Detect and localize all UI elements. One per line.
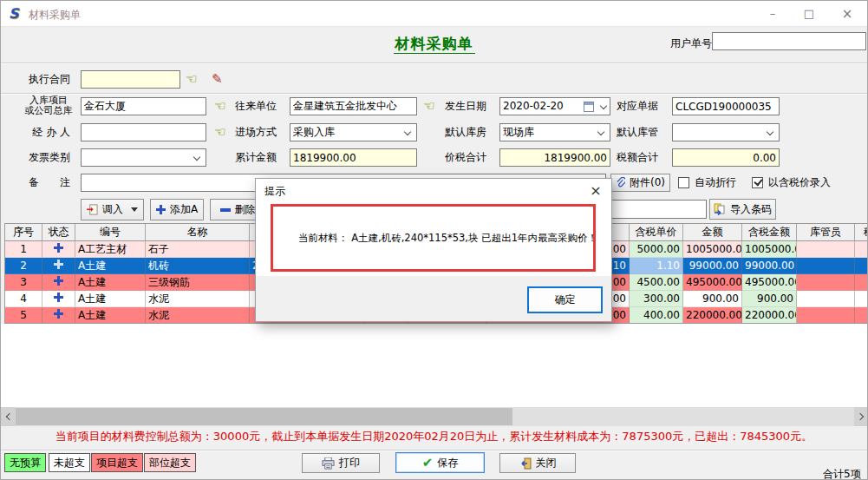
tax-entry-checkbox[interactable]: [752, 177, 763, 188]
column-header[interactable]: 状态: [42, 224, 75, 240]
plus-icon: [156, 205, 166, 214]
table-cell[interactable]: [855, 291, 868, 307]
table-cell[interactable]: 水泥: [146, 307, 250, 324]
column-header[interactable]: 库管员: [797, 224, 855, 240]
table-cell[interactable]: 3: [5, 274, 42, 291]
table-cell[interactable]: A土建: [75, 258, 146, 274]
dialog-ok-button[interactable]: 确定: [527, 286, 603, 313]
invoice-type-select[interactable]: [81, 148, 206, 167]
table-cell[interactable]: [797, 258, 855, 274]
dialog-close-icon[interactable]: ×: [585, 181, 606, 201]
supplier-picker-hand-icon[interactable]: [423, 97, 439, 115]
autowrap-checkbox[interactable]: [678, 177, 689, 188]
maximize-button[interactable]: □: [794, 1, 824, 27]
table-cell[interactable]: 1005000.00: [683, 241, 742, 258]
table-cell[interactable]: 机砖: [146, 258, 250, 274]
table-cell[interactable]: 900.00: [683, 291, 742, 307]
minimize-button[interactable]: –: [758, 1, 787, 27]
supplier-input[interactable]: [290, 97, 417, 115]
chevron-down-icon: [193, 154, 200, 161]
tax-total-label: 税额合计: [613, 148, 658, 167]
table-cell[interactable]: 99000.00: [683, 258, 742, 274]
scroll-left-button[interactable]: [1, 407, 16, 426]
warehouse-select[interactable]: 现场库: [499, 123, 610, 141]
contract-input[interactable]: [81, 70, 180, 89]
cumulative-label: 累计金额: [232, 148, 277, 167]
close-window-button[interactable]: ×: [832, 1, 862, 27]
column-header[interactable]: 税率: [855, 224, 868, 240]
add-row-button[interactable]: 添加A: [150, 199, 204, 220]
table-cell[interactable]: 495000.00: [742, 274, 797, 291]
column-header[interactable]: 名称: [146, 224, 250, 240]
table-cell[interactable]: [797, 274, 855, 291]
handler-input[interactable]: [81, 123, 206, 141]
table-cell[interactable]: [42, 307, 75, 324]
table-cell[interactable]: 1: [5, 241, 42, 258]
row-status-plus-icon: [54, 276, 63, 286]
table-cell[interactable]: 900.00: [742, 291, 797, 307]
print-button[interactable]: 打印: [302, 453, 380, 473]
table-cell[interactable]: A土建: [75, 274, 146, 291]
table-cell[interactable]: 三级钢筋: [146, 274, 250, 291]
table-cell[interactable]: A土建: [75, 307, 146, 324]
project-picker-hand-icon[interactable]: [214, 97, 230, 115]
warehouse-label: 默认库房: [441, 123, 486, 141]
table-cell[interactable]: [42, 258, 75, 274]
entry-mode-select[interactable]: 采购入库: [290, 123, 417, 141]
table-cell[interactable]: [797, 241, 855, 258]
table-cell[interactable]: 1005000.00: [742, 241, 797, 258]
column-header[interactable]: 含税金额: [742, 224, 797, 240]
invoice-type-label: 发票类别: [4, 148, 70, 167]
table-cell[interactable]: 220000.00: [742, 307, 797, 324]
table-cell[interactable]: [855, 258, 868, 274]
load-button[interactable]: 调入: [81, 199, 144, 220]
table-cell[interactable]: 4500.00: [630, 274, 683, 291]
contract-picker-hand-icon[interactable]: [186, 70, 201, 89]
handler-picker-hand-icon[interactable]: [214, 123, 230, 141]
table-cell[interactable]: 2: [5, 258, 42, 274]
table-cell[interactable]: 99000.00: [742, 258, 797, 274]
table-cell[interactable]: 495000.00: [683, 274, 742, 291]
table-cell[interactable]: A土建: [75, 291, 146, 307]
table-cell[interactable]: 1.10: [630, 258, 683, 274]
table-cell[interactable]: [855, 274, 868, 291]
docno-input[interactable]: [672, 97, 780, 115]
column-header[interactable]: 序号: [5, 224, 42, 240]
import-barcode-label: 导入条码: [730, 202, 772, 217]
attachment-button[interactable]: 附件(0): [610, 174, 670, 192]
table-cell[interactable]: [855, 307, 868, 324]
chevron-down-icon[interactable]: [600, 102, 607, 109]
table-cell[interactable]: [42, 291, 75, 307]
table-cell[interactable]: [42, 241, 75, 258]
table-cell[interactable]: 石子: [146, 241, 250, 258]
user-no-input[interactable]: [712, 32, 866, 50]
date-input[interactable]: 2020-02-20: [499, 97, 610, 115]
horizontal-scrollbar[interactable]: [1, 407, 868, 426]
table-cell[interactable]: 400.00: [630, 307, 683, 324]
scrollbar-thumb[interactable]: [16, 408, 512, 425]
table-cell[interactable]: 4: [5, 291, 42, 307]
table-cell[interactable]: A工艺主材: [75, 241, 146, 258]
table-cell[interactable]: [797, 291, 855, 307]
table-cell[interactable]: [42, 274, 75, 291]
column-header[interactable]: 金额: [683, 224, 742, 240]
table-cell[interactable]: 220000.00: [683, 307, 742, 324]
table-cell[interactable]: 5000.00: [630, 241, 683, 258]
project-input[interactable]: [81, 97, 206, 115]
contract-edit-pencil-icon[interactable]: [212, 70, 227, 89]
save-button[interactable]: 保存: [395, 452, 485, 473]
table-cell[interactable]: 水泥: [146, 291, 250, 307]
barcode-input[interactable]: [611, 200, 707, 219]
import-barcode-button[interactable]: 导入条码: [709, 199, 776, 220]
table-cell[interactable]: [797, 307, 855, 324]
column-header[interactable]: 含税单价: [630, 224, 683, 240]
table-cell[interactable]: [855, 241, 868, 258]
column-header[interactable]: 编号: [75, 224, 146, 240]
close-button[interactable]: 关闭: [499, 453, 576, 473]
scroll-right-button[interactable]: [854, 407, 868, 426]
table-cell[interactable]: 300.00: [630, 291, 683, 307]
project-label: 入库项目或公司总库: [18, 95, 79, 116]
table-cell[interactable]: 5: [5, 307, 42, 324]
keeper-select[interactable]: [672, 123, 780, 141]
add-label: 添加A: [170, 202, 198, 217]
